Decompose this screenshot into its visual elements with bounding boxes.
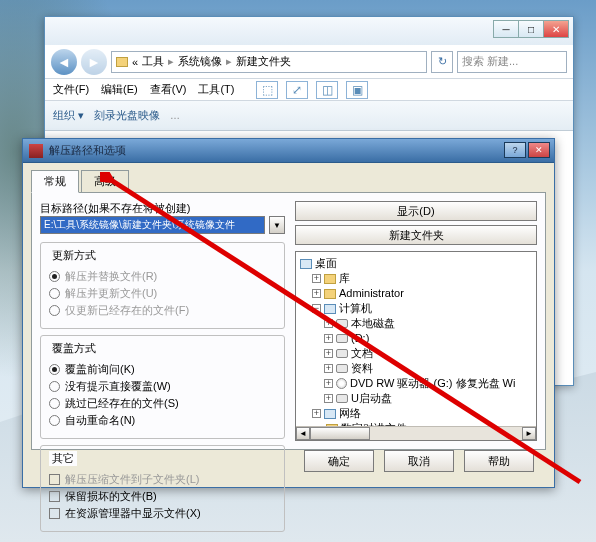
search-input[interactable]: 搜索 新建... <box>457 51 567 73</box>
forward-button[interactable]: ► <box>81 49 107 75</box>
help-button[interactable]: 帮助 <box>464 450 534 472</box>
group-title: 更新方式 <box>49 248 99 263</box>
radio-update-replace[interactable] <box>49 271 60 282</box>
tab-general[interactable]: 常规 <box>31 170 79 193</box>
breadcrumb-item[interactable]: 系统镜像 <box>178 54 222 69</box>
menu-tools[interactable]: 工具(T) <box>198 82 234 97</box>
radio-overwrite-ask[interactable] <box>49 364 60 375</box>
toolbar-more: … <box>170 110 180 121</box>
path-label: 目标路径(如果不存在将被创建) <box>40 201 285 216</box>
drive-icon <box>336 334 348 343</box>
refresh-button[interactable]: ↻ <box>431 51 453 73</box>
check-show-explorer[interactable] <box>49 508 60 519</box>
scroll-left-button[interactable]: ◄ <box>296 427 310 440</box>
library-icon <box>324 274 336 284</box>
user-icon <box>324 289 336 299</box>
expand-icon[interactable]: + <box>324 334 333 343</box>
expand-icon[interactable]: + <box>324 319 333 328</box>
check-subfolder[interactable] <box>49 474 60 485</box>
path-dropdown-button[interactable]: ▼ <box>269 216 285 234</box>
dialog-close-button[interactable]: ✕ <box>528 142 550 158</box>
dialog-help-button[interactable]: ? <box>504 142 526 158</box>
radio-update-update[interactable] <box>49 288 60 299</box>
radio-overwrite-skip[interactable] <box>49 398 60 409</box>
drive-icon <box>336 394 348 403</box>
drive-icon <box>336 319 348 328</box>
menu-file[interactable]: 文件(F) <box>53 82 89 97</box>
drive-icon <box>336 364 348 373</box>
ok-button[interactable]: 确定 <box>304 450 374 472</box>
expand-icon[interactable]: + <box>324 349 333 358</box>
folder-tree[interactable]: 桌面 +库 +Administrator −计算机 +本地磁盘 +(D:) +文… <box>295 251 537 441</box>
toolbar-icon[interactable]: ▣ <box>346 81 368 99</box>
group-title: 覆盖方式 <box>49 341 99 356</box>
maximize-button[interactable]: □ <box>518 20 544 38</box>
radio-overwrite-silent[interactable] <box>49 381 60 392</box>
network-icon <box>324 409 336 419</box>
organize-dropdown[interactable]: 组织 ▾ <box>53 108 84 123</box>
expand-icon[interactable]: + <box>324 364 333 373</box>
misc-group: 其它 解压压缩文件到子文件夹(L) 保留损坏的文件(B) 在资源管理器中显示文件… <box>40 445 285 532</box>
drive-icon <box>336 349 348 358</box>
desktop-icon <box>300 259 312 269</box>
display-button[interactable]: 显示(D) <box>295 201 537 221</box>
back-button[interactable]: ◄ <box>51 49 77 75</box>
disc-icon <box>336 378 347 389</box>
expand-icon[interactable]: + <box>312 409 321 418</box>
dialog-titlebar[interactable]: 解压路径和选项 ? ✕ <box>23 139 554 163</box>
address-bar[interactable]: « 工具 ▸ 系统镜像 ▸ 新建文件夹 <box>111 51 427 73</box>
dialog-title: 解压路径和选项 <box>49 143 126 158</box>
cancel-button[interactable]: 取消 <box>384 450 454 472</box>
check-keep-broken[interactable] <box>49 491 60 502</box>
update-mode-group: 更新方式 解压并替换文件(R) 解压并更新文件(U) 仅更新已经存在的文件(F) <box>40 242 285 329</box>
new-folder-button[interactable]: 新建文件夹 <box>295 225 537 245</box>
folder-icon <box>116 57 128 67</box>
burn-disc-button[interactable]: 刻录光盘映像 <box>94 108 160 123</box>
minimize-button[interactable]: ─ <box>493 20 519 38</box>
horizontal-scrollbar[interactable]: ◄ ► <box>296 426 536 440</box>
close-button[interactable]: ✕ <box>543 20 569 38</box>
explorer-titlebar: ─ □ ✕ <box>45 17 573 45</box>
breadcrumb-item[interactable]: 新建文件夹 <box>236 54 291 69</box>
path-input[interactable]: E:\工具\系统镜像\新建文件夹\系统镜像文件 <box>40 216 265 234</box>
menu-view[interactable]: 查看(V) <box>150 82 187 97</box>
radio-overwrite-rename[interactable] <box>49 415 60 426</box>
scroll-right-button[interactable]: ► <box>522 427 536 440</box>
radio-update-existing[interactable] <box>49 305 60 316</box>
computer-icon <box>324 304 336 314</box>
menu-edit[interactable]: 编辑(E) <box>101 82 138 97</box>
group-title: 其它 <box>49 451 77 466</box>
expand-icon[interactable]: + <box>324 379 333 388</box>
app-icon <box>29 144 43 158</box>
expand-icon[interactable]: + <box>312 274 321 283</box>
extract-dialog: 解压路径和选项 ? ✕ 常规 高级 目标路径(如果不存在将被创建) E:\工具\… <box>22 138 555 488</box>
scroll-thumb[interactable] <box>310 427 370 440</box>
overwrite-mode-group: 覆盖方式 覆盖前询问(K) 没有提示直接覆盖(W) 跳过已经存在的文件(S) 自… <box>40 335 285 439</box>
collapse-icon[interactable]: − <box>312 304 321 313</box>
toolbar-icon[interactable]: ◫ <box>316 81 338 99</box>
toolbar-icon[interactable]: ⬚ <box>256 81 278 99</box>
expand-icon[interactable]: + <box>312 289 321 298</box>
breadcrumb-item[interactable]: 工具 <box>142 54 164 69</box>
toolbar-icon[interactable]: ⤢ <box>286 81 308 99</box>
tab-advanced[interactable]: 高级 <box>81 170 129 193</box>
expand-icon[interactable]: + <box>324 394 333 403</box>
